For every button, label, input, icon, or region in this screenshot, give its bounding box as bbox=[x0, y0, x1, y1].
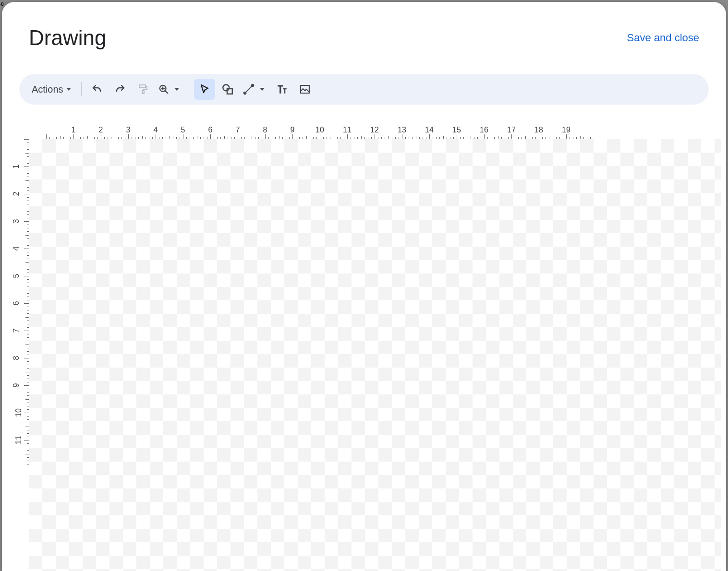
vertical-ruler: 1234567891011 bbox=[12, 139, 29, 571]
ruler-h-label: 6 bbox=[208, 126, 213, 134]
ruler-v-label: 11 bbox=[14, 436, 23, 444]
caret-down-icon bbox=[67, 88, 71, 91]
toolbar: Actions bbox=[19, 74, 709, 105]
actions-label: Actions bbox=[32, 84, 63, 95]
ruler-h-label: 2 bbox=[99, 126, 103, 134]
line-icon bbox=[243, 83, 255, 95]
paint-roller-icon bbox=[137, 83, 149, 95]
drawing-workspace: 12345678910111213141516171819 1234567891… bbox=[12, 126, 721, 571]
actions-menu-button[interactable]: Actions bbox=[26, 79, 76, 100]
line-tool-button[interactable] bbox=[240, 79, 269, 100]
ruler-v-label: 5 bbox=[12, 274, 21, 278]
ruler-h-label: 18 bbox=[534, 126, 543, 134]
svg-rect-0 bbox=[139, 85, 146, 88]
ruler-v-label: 6 bbox=[12, 301, 21, 306]
ruler-v-label: 9 bbox=[12, 383, 21, 388]
redo-icon bbox=[114, 83, 126, 95]
caret-down-icon bbox=[260, 88, 265, 91]
ruler-v-label: 7 bbox=[12, 329, 21, 333]
ruler-h-label: 7 bbox=[236, 126, 240, 134]
ruler-h-label: 4 bbox=[154, 126, 158, 134]
image-icon bbox=[299, 83, 311, 95]
shape-tool-button[interactable] bbox=[217, 79, 238, 100]
undo-icon bbox=[91, 83, 103, 95]
ruler-h-label: 11 bbox=[343, 126, 352, 134]
redo-button[interactable] bbox=[109, 79, 131, 100]
ruler-v-label: 3 bbox=[12, 219, 21, 224]
image-tool-button[interactable] bbox=[294, 79, 315, 100]
ruler-h-label: 13 bbox=[398, 126, 406, 134]
ruler-h-label: 12 bbox=[370, 126, 379, 134]
cursor-icon bbox=[199, 83, 210, 95]
ruler-h-label: 19 bbox=[562, 126, 570, 134]
ruler-v-label: 8 bbox=[12, 356, 21, 360]
svg-point-10 bbox=[251, 84, 253, 86]
zoom-button[interactable] bbox=[156, 79, 184, 100]
save-and-close-button[interactable]: Save and close bbox=[627, 32, 699, 44]
ruler-h-label: 5 bbox=[181, 126, 185, 134]
svg-point-9 bbox=[243, 92, 245, 94]
background-peek: sc bbox=[0, 0, 4, 5]
ruler-v-label: 2 bbox=[12, 192, 21, 196]
ruler-h-label: 8 bbox=[263, 126, 267, 134]
shapes-icon bbox=[221, 83, 234, 95]
ruler-h-label: 17 bbox=[507, 126, 516, 134]
caret-down-icon bbox=[174, 88, 179, 91]
svg-line-3 bbox=[165, 91, 168, 94]
ruler-h-label: 16 bbox=[480, 126, 488, 134]
ruler-v-label: 4 bbox=[12, 247, 21, 251]
toolbar-separator bbox=[189, 82, 189, 96]
toolbar-separator bbox=[81, 82, 82, 96]
paint-format-button[interactable] bbox=[133, 79, 154, 100]
ruler-h-label: 3 bbox=[126, 126, 131, 134]
ruler-h-label: 1 bbox=[72, 126, 76, 134]
svg-point-6 bbox=[223, 84, 229, 91]
ruler-v-label: 10 bbox=[14, 408, 23, 417]
ruler-h-label: 9 bbox=[291, 126, 295, 134]
zoom-in-icon bbox=[158, 84, 169, 95]
dialog-title: Drawing bbox=[29, 26, 106, 50]
svg-rect-1 bbox=[142, 91, 144, 94]
textbox-tool-button[interactable] bbox=[271, 79, 292, 100]
undo-button[interactable] bbox=[86, 79, 108, 100]
text-icon bbox=[276, 83, 288, 95]
drawing-dialog: Drawing Save and close Actions bbox=[2, 2, 726, 571]
select-tool-button[interactable] bbox=[194, 79, 215, 100]
ruler-v-label: 1 bbox=[12, 165, 21, 169]
horizontal-ruler: 12345678910111213141516171819 bbox=[29, 126, 721, 139]
ruler-h-label: 14 bbox=[425, 126, 434, 134]
ruler-h-label: 10 bbox=[315, 126, 324, 134]
ruler-h-label: 15 bbox=[452, 126, 461, 134]
svg-line-8 bbox=[245, 85, 253, 93]
dialog-header: Drawing Save and close bbox=[2, 2, 726, 64]
drawing-canvas[interactable] bbox=[29, 139, 721, 571]
